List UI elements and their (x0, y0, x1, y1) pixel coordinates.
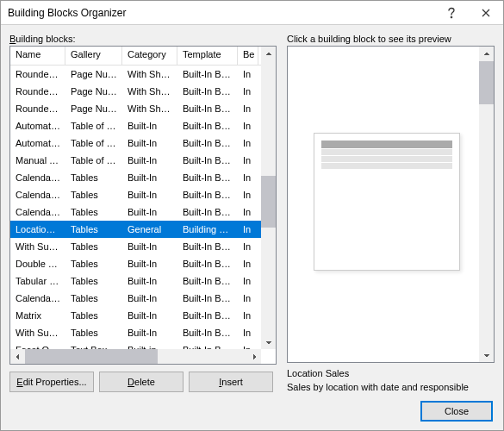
cell-template: Built-In B… (177, 291, 238, 305)
cell-template: Built-In B… (177, 171, 238, 184)
cell-gallery: Table of … (65, 153, 122, 167)
table-row[interactable]: With Sub…TablesBuilt-InBuilt-In B…In (10, 238, 276, 255)
table-row[interactable]: Manual T…Table of …Built-InBuilt-In B…In (10, 152, 276, 169)
cell-gallery: Tables (65, 326, 122, 340)
building-blocks-grid[interactable]: Name Gallery Category Template Be Rounde… (9, 46, 277, 365)
cell-behavior: In (238, 205, 258, 219)
cell-gallery: Table of … (65, 136, 122, 150)
vertical-scrollbar[interactable] (261, 47, 276, 349)
cell-category: Built-In (122, 291, 177, 305)
cell-category: Built-In (122, 153, 177, 167)
cell-name: With Sub… (10, 326, 65, 340)
cell-category: With Sha… (122, 102, 177, 116)
cell-gallery: Tables (65, 240, 122, 253)
scroll-up-icon[interactable] (479, 47, 494, 61)
edit-properties-button[interactable]: Edit Properties... (9, 372, 94, 392)
cell-template: Built-In B… (177, 153, 238, 167)
scroll-thumb[interactable] (479, 61, 494, 104)
cell-category: Built-In (122, 309, 177, 322)
column-header-name[interactable]: Name (10, 47, 65, 65)
hscroll-thumb[interactable] (25, 349, 158, 364)
table-row[interactable]: Automati…Table of …Built-InBuilt-In B…In (10, 117, 276, 134)
cell-name: Calendar 1 (10, 205, 65, 219)
scroll-left-icon[interactable] (10, 349, 25, 364)
table-row[interactable]: Calendar 2TablesBuilt-InBuilt-In B…In (10, 186, 276, 203)
preview-item-description: Sales by location with date and responsi… (287, 382, 495, 392)
cell-name: Matrix (10, 309, 65, 322)
table-row[interactable]: Location …TablesGeneralBuilding …In (10, 221, 276, 238)
cell-gallery: Tables (65, 274, 122, 288)
close-window-button[interactable] (469, 1, 503, 24)
column-header-gallery[interactable]: Gallery (65, 47, 122, 65)
cell-category: Built-In (122, 119, 177, 133)
cell-gallery: Tables (65, 222, 122, 236)
delete-button[interactable]: Delete (99, 372, 184, 392)
cell-name: Calendar 4 (10, 291, 65, 305)
table-row[interactable]: Calendar 1TablesBuilt-InBuilt-In B…In (10, 203, 276, 221)
cell-category: Built-In (122, 240, 177, 253)
preview-table-graphic (321, 141, 452, 169)
cell-behavior: In (238, 153, 258, 167)
table-row[interactable]: Rounded…Page Nu…With Sha…Built-In B…In (10, 83, 276, 100)
cell-category: Built-In (122, 274, 177, 288)
cell-gallery: Tables (65, 188, 122, 202)
cell-name: Manual T… (10, 153, 65, 167)
cell-name: Location … (10, 222, 65, 236)
cell-template: Built-In B… (177, 119, 238, 133)
help-button[interactable] (434, 1, 469, 24)
cell-name: Automati… (10, 119, 65, 133)
scroll-down-icon[interactable] (261, 334, 276, 349)
table-row[interactable]: MatrixTablesBuilt-InBuilt-In B…In (10, 307, 276, 324)
cell-category: Built-In (122, 257, 177, 271)
scroll-right-icon[interactable] (246, 349, 261, 364)
cell-category: General (122, 222, 177, 236)
table-row[interactable]: Calendar 3TablesBuilt-InBuilt-In B…In (10, 169, 276, 186)
insert-button[interactable]: Insert (189, 372, 273, 392)
close-button[interactable]: Close (420, 401, 493, 422)
cell-behavior: In (238, 309, 258, 322)
content-area: Building blocks: Name Gallery Category T… (1, 25, 503, 392)
cell-template: Built-In B… (177, 240, 238, 253)
cell-gallery: Page Nu… (65, 67, 122, 81)
table-row[interactable]: Automati…Table of …Built-InBuilt-In B…In (10, 134, 276, 152)
cell-behavior: In (238, 222, 258, 236)
cell-behavior: In (238, 274, 258, 288)
scroll-thumb[interactable] (261, 176, 276, 228)
cell-behavior: In (238, 84, 258, 98)
cell-gallery: Tables (65, 257, 122, 271)
horizontal-scrollbar[interactable] (10, 349, 261, 364)
column-header-template[interactable]: Template (177, 47, 238, 65)
table-row[interactable]: Tabular Li…TablesBuilt-InBuilt-In B…In (10, 272, 276, 290)
building-blocks-label: Building blocks: (9, 34, 277, 44)
table-row[interactable]: Double T…TablesBuilt-InBuilt-In B…In (10, 255, 276, 272)
cell-template: Built-In B… (177, 274, 238, 288)
table-row[interactable]: With Sub…TablesBuilt-InBuilt-In B…In (10, 324, 276, 341)
cell-template: Built-In B… (177, 188, 238, 202)
scroll-up-icon[interactable] (261, 47, 276, 61)
cell-behavior: In (238, 240, 258, 253)
table-row[interactable]: Calendar 4TablesBuilt-InBuilt-In B…In (10, 290, 276, 307)
dialog-footer: Close (1, 392, 503, 430)
cell-behavior: In (238, 257, 258, 271)
scroll-down-icon[interactable] (479, 347, 494, 362)
cell-gallery: Tables (65, 205, 122, 219)
cell-template: Built-In B… (177, 326, 238, 340)
cell-template: Building … (177, 222, 238, 236)
grid-header: Name Gallery Category Template Be (10, 47, 276, 66)
cell-behavior: In (238, 326, 258, 340)
action-button-row: Edit Properties... Delete Insert (9, 372, 277, 392)
table-row[interactable]: Rounded…Page Nu…With Sha…Built-In B…In (10, 66, 276, 83)
cell-behavior: In (238, 102, 258, 116)
cell-template: Built-In B… (177, 309, 238, 322)
cell-template: Built-In B… (177, 257, 238, 271)
cell-gallery: Page Nu… (65, 84, 122, 98)
table-row[interactable]: Rounded…Page Nu…With Sha…Built-In B…In (10, 100, 276, 117)
cell-template: Built-In B… (177, 136, 238, 150)
column-header-behavior[interactable]: Be (238, 47, 258, 65)
cell-behavior: In (238, 136, 258, 150)
cell-behavior: In (238, 119, 258, 133)
preview-vertical-scrollbar[interactable] (479, 47, 494, 362)
cell-name: Double T… (10, 257, 65, 271)
cell-name: Rounded… (10, 84, 65, 98)
column-header-category[interactable]: Category (122, 47, 177, 65)
